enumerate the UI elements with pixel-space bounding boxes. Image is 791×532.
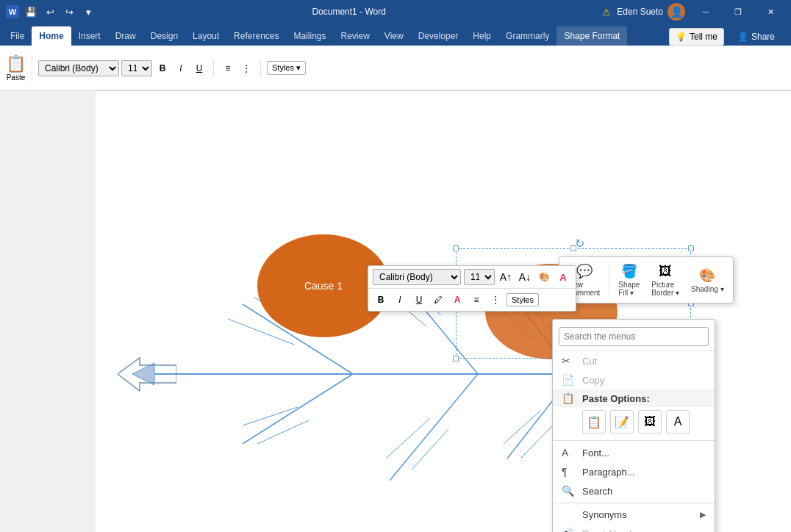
avatar[interactable]: 👤	[667, 3, 685, 21]
tab-developer[interactable]: Developer	[411, 26, 466, 46]
search-icon: 🔍	[562, 485, 575, 497]
paste-btn4[interactable]: A	[666, 410, 690, 434]
lightbulb-icon: 💡	[676, 32, 687, 42]
tab-grammarly[interactable]: Grammarly	[498, 26, 556, 46]
cause1-label: Cause 1	[304, 280, 343, 292]
float-bullets-button[interactable]: ≡	[468, 292, 484, 308]
float-format-btn[interactable]: 🎨	[536, 269, 552, 285]
bullets-button[interactable]: ≡	[220, 60, 236, 76]
font-menu-item[interactable]: A Font...	[553, 443, 715, 462]
left-margin	[0, 91, 96, 532]
clipboard-group: 📋 Paste	[6, 54, 32, 82]
search-menu-item[interactable]: 🔍 Search	[553, 481, 715, 500]
svg-line-14	[243, 407, 298, 425]
font-size-selector[interactable]: 11	[121, 60, 152, 76]
tab-review[interactable]: Review	[334, 26, 377, 46]
tab-help[interactable]: Help	[465, 26, 498, 46]
arrow-shape	[118, 354, 176, 395]
undo-button[interactable]: ↩	[43, 4, 57, 19]
menu-search-input[interactable]	[559, 327, 709, 346]
tab-home[interactable]: Home	[32, 26, 71, 46]
shape-format-section: 💬 NewComment 🪣 ShapeFill ▾ 🖼 PictureBord…	[559, 256, 734, 303]
float-font-color-btn[interactable]: A	[555, 269, 571, 285]
tab-shape-format[interactable]: Shape Format	[556, 26, 627, 46]
shading-icon: 🎨	[699, 267, 715, 284]
minimize-button[interactable]: ─	[691, 0, 720, 24]
paste-btn2[interactable]: 📝	[610, 410, 634, 434]
paste-btn3[interactable]: 🖼	[638, 410, 662, 434]
paste-icon: 📋	[562, 392, 575, 404]
float-underline-button[interactable]: U	[411, 292, 427, 308]
svg-line-17	[412, 429, 448, 470]
styles-button[interactable]: Styles ▾	[267, 61, 306, 75]
handle-bl[interactable]	[453, 356, 459, 362]
synonyms-menu-item[interactable]: Synonyms ▶	[553, 506, 715, 524]
cut-menu-item[interactable]: ✂ Cut	[553, 351, 715, 370]
handle-tr[interactable]	[688, 245, 694, 251]
shading-ribbon-btn[interactable]: 🎨 Shading ▾	[688, 266, 726, 295]
float-font-selector[interactable]: Calibri (Body)	[373, 269, 461, 285]
document-title: Document1 - Word	[96, 7, 602, 17]
italic-button[interactable]: I	[173, 60, 189, 76]
shape-fill-ribbon-btn[interactable]: 🪣 ShapeFill ▾	[615, 262, 643, 298]
font-selector[interactable]: Calibri (Body)	[38, 60, 119, 76]
tab-view[interactable]: View	[377, 26, 411, 46]
read-aloud-icon: 🔊	[562, 528, 575, 532]
svg-marker-20	[118, 358, 176, 391]
submenu-arrow: ▶	[700, 510, 706, 520]
comment-icon: 💬	[576, 263, 593, 279]
tab-draw[interactable]: Draw	[108, 26, 143, 46]
paste-btn1[interactable]: 📋	[582, 410, 606, 434]
float-font-size[interactable]: 11	[464, 269, 495, 285]
float-grow-font[interactable]: A↑	[498, 269, 514, 285]
rotate-handle[interactable]: ↻	[575, 237, 584, 251]
paragraph-menu-item[interactable]: ¶ Paragraph...	[553, 462, 715, 481]
float-highlight-button[interactable]: 🖊	[430, 292, 446, 308]
float-italic-button[interactable]: I	[392, 292, 408, 308]
tab-layout[interactable]: Layout	[185, 26, 226, 46]
share-button[interactable]: 👤 Share	[730, 28, 782, 46]
close-button[interactable]: ✕	[756, 0, 785, 24]
context-menu: ✂ Cut 📄 Copy 📋 Paste Options: 📋 📝 🖼 A	[552, 319, 715, 532]
picture-border-ribbon-btn[interactable]: 🖼 PictureBorder ▾	[648, 262, 682, 298]
tab-mailings[interactable]: Mailings	[286, 26, 333, 46]
paragraph-icon: ¶	[562, 466, 575, 478]
tell-me-button[interactable]: 💡 Tell me	[669, 28, 724, 46]
paragraph-group: ≡ ⋮	[220, 60, 261, 76]
float-bold-button[interactable]: B	[373, 292, 389, 308]
read-aloud-menu-item[interactable]: 🔊 Read Aloud	[553, 524, 715, 532]
copy-menu-item[interactable]: 📄 Copy	[553, 370, 715, 389]
restore-button[interactable]: ❐	[723, 0, 753, 24]
word-icon: W	[6, 5, 19, 18]
numbering-button[interactable]: ⋮	[238, 60, 254, 76]
styles-group: Styles ▾	[267, 61, 312, 75]
customize-button[interactable]: ▾	[81, 4, 96, 19]
paste-options-row: 📋 📝 🖼 A	[553, 407, 715, 438]
float-numbering-button[interactable]: ⋮	[487, 292, 504, 308]
save-button[interactable]: 💾	[24, 4, 38, 19]
float-styles-button[interactable]: Styles	[507, 293, 539, 306]
search-box-wrapper	[553, 323, 715, 351]
bold-button[interactable]: B	[154, 60, 171, 76]
paste-button[interactable]: 📋 Paste	[6, 54, 26, 82]
font-icon: A	[562, 447, 575, 459]
share-icon: 👤	[737, 32, 748, 42]
tab-file[interactable]: File	[3, 26, 32, 46]
title-bar-right: ⚠ Eden Sueto 👤 ─ ❐ ✕	[602, 0, 785, 24]
underline-button[interactable]: U	[191, 60, 207, 76]
redo-button[interactable]: ↪	[62, 4, 76, 19]
title-bar-left: W 💾 ↩ ↪ ▾	[6, 4, 96, 19]
svg-line-5	[243, 374, 353, 444]
svg-line-19	[520, 425, 553, 459]
divider1	[609, 265, 609, 295]
tab-insert[interactable]: Insert	[71, 26, 108, 46]
handle-tl[interactable]	[453, 245, 459, 251]
float-shrink-font[interactable]: A↓	[517, 269, 533, 285]
window-controls: ─ ❐ ✕	[691, 0, 785, 24]
tab-references[interactable]: References	[226, 26, 286, 46]
svg-line-15	[257, 420, 309, 444]
copy-icon: 📄	[562, 374, 575, 386]
tab-design[interactable]: Design	[143, 26, 185, 46]
svg-line-16	[386, 418, 430, 459]
float-font-color2-button[interactable]: A	[449, 292, 465, 308]
